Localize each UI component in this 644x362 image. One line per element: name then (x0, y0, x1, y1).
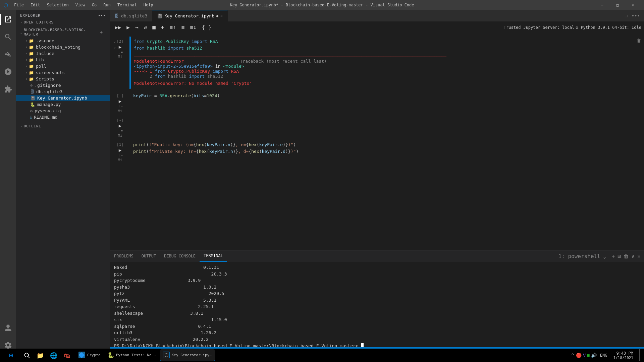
cell-run-button-1[interactable]: ▶ (119, 44, 121, 50)
sidebar-item-poll[interactable]: › 📁 poll (16, 63, 110, 69)
taskbar-edge-icon[interactable]: 🌐 (48, 349, 60, 361)
account-icon[interactable] (0, 320, 16, 336)
project-root-section[interactable]: ⌄ BLOCKCHAIN-BASED-E-VOTING-MASTER + (16, 27, 110, 38)
taskbar-app-crypto[interactable]: 🔷 Crypto (76, 349, 103, 361)
terminal-expand-icon[interactable]: ∧ (631, 252, 636, 260)
tab-key-generator[interactable]: 📓 Key Generator.ipynb ● ✕ (152, 10, 227, 21)
terminal-tab-debug[interactable]: DEBUG CONSOLE (160, 250, 200, 262)
sidebar-item-pyvenv[interactable]: ⚙ pyvenv.cfg (16, 108, 110, 114)
clear-button[interactable]: ≡↕ (188, 23, 198, 31)
add-cell-button[interactable]: + (159, 23, 166, 31)
trusted-badge[interactable]: Trusted (504, 25, 521, 30)
cell-code-3[interactable] (130, 116, 644, 131)
cell-run-button-3[interactable]: ▶ (119, 123, 121, 128)
systray-icon-2[interactable]: V (583, 353, 586, 358)
sidebar-item-key-generator[interactable]: 📓 Key Generator.ipynb (16, 95, 110, 101)
close-terminal-icon[interactable]: ✕ (637, 252, 641, 260)
menu-run[interactable]: Run (101, 2, 113, 8)
maximize-button[interactable]: □ (610, 0, 625, 10)
tab-dbsqlite[interactable]: 🗄 db.sqlite3 (110, 10, 152, 21)
sidebar-item-screenshots[interactable]: › 📁 screenshots (16, 69, 110, 76)
move-up-button[interactable]: ≡↑ (167, 23, 178, 31)
python-version-label[interactable]: Python 3.9.1 64-bit: Idle (581, 25, 641, 30)
split-terminal-icon[interactable]: ⊟ (617, 252, 622, 260)
more-actions-icon[interactable]: ••• (630, 12, 641, 19)
cells-button[interactable]: ≡ (179, 23, 187, 31)
sidebar-item-lib[interactable]: › 📁 Lib (16, 57, 110, 63)
cell-menu-button-1[interactable]: ⋮= (117, 50, 123, 54)
taskbar-notification-area[interactable]: ^ (572, 353, 574, 358)
taskbar-app-python-tests[interactable]: 🐍 Python Tests: No m... (105, 349, 159, 361)
menu-view[interactable]: View (73, 2, 88, 8)
sidebar-item-dbsqlite[interactable]: 🗄 db.sqlite3 (16, 88, 110, 95)
restart-button[interactable]: ↺ (142, 23, 149, 31)
tab-close-button[interactable]: ✕ (220, 14, 223, 18)
keyboard-lang-label[interactable]: ENG (599, 353, 609, 358)
sidebar-more-icon[interactable]: ••• (98, 13, 106, 18)
add-terminal-icon[interactable]: + (611, 252, 615, 260)
cell-gutter-3: [-] ▶ ⋮= Mi (110, 115, 130, 138)
taskbar-file-explorer-icon[interactable]: 📁 (34, 349, 46, 361)
systray-icon-1[interactable]: 🔴 (576, 353, 582, 358)
cell-controls-4: ▶ ⋮= Mi (117, 147, 123, 162)
debug-icon[interactable] (0, 64, 16, 80)
terminal-content[interactable]: Naked 0.1.31 pip 20.3.3 pycryptodome 3.9… (110, 262, 644, 347)
terminal-selector[interactable]: 1: powershell ⌄ (555, 252, 610, 260)
menu-terminal[interactable]: Terminal (115, 2, 140, 8)
terminal-tab-output[interactable]: OUTPUT (138, 250, 160, 262)
cell-code-1[interactable]: from Crypto.PublicKey import RSA from ha… (131, 37, 644, 53)
cell-run-button-2[interactable]: ▶ (119, 99, 121, 104)
sidebar-item-gitignore[interactable]: ⊘ .gitignore (16, 82, 110, 88)
sidebar-item-include[interactable]: › 📁 Include (16, 50, 110, 57)
taskbar-search-icon[interactable] (21, 349, 33, 361)
menu-selection[interactable]: Selection (44, 2, 71, 8)
systray-icon-3[interactable]: ■ (587, 353, 589, 358)
taskbar-app-key-generator[interactable]: ⬡ Key Generator.ipyn... (160, 349, 215, 361)
new-file-button[interactable]: + (100, 29, 103, 35)
editor-tabs: 🗄 db.sqlite3 📓 Key Generator.ipynb ● ✕ ⊟… (110, 10, 644, 22)
terminal-tab-terminal[interactable]: TERMINAL (200, 250, 227, 262)
run-button[interactable]: ▶ (124, 23, 132, 31)
split-editor-icon[interactable]: ⊟ (623, 12, 629, 19)
menu-file[interactable]: File (11, 2, 26, 8)
variables-button[interactable]: { } (200, 23, 214, 31)
cell-menu-button-4[interactable]: ⋮= (117, 154, 123, 157)
cell-menu-button-3[interactable]: ⋮= (117, 129, 123, 133)
source-control-icon[interactable] (0, 46, 16, 62)
cell-run-button-4[interactable]: ▶ (119, 147, 121, 153)
cell-menu-button-2[interactable]: ⋮= (117, 105, 123, 108)
collapse-btn[interactable]: ⌄ (113, 39, 116, 44)
terminal-tab-problems[interactable]: PROBLEMS (110, 250, 138, 262)
menu-help[interactable]: Help (141, 2, 156, 8)
sidebar-item-manage-py[interactable]: 🐍 manage.py (16, 101, 110, 108)
collapse-output-btn[interactable]: ⌄ (113, 44, 116, 49)
cell-code-2[interactable]: keyPair = RSA.generate(bits=1024) (130, 91, 644, 101)
taskbar-store-icon[interactable]: 🛍 (61, 349, 73, 361)
start-button[interactable]: ⊞ (3, 349, 19, 362)
show-desktop-button[interactable] (639, 349, 641, 361)
close-button[interactable]: ✕ (625, 0, 641, 10)
cell-mi-label-1: Mi (118, 55, 122, 59)
explorer-icon[interactable] (0, 11, 16, 27)
minimize-button[interactable]: ─ (594, 0, 610, 10)
open-editors-section[interactable]: › OPEN EDITORS (16, 19, 110, 25)
delete-terminal-icon[interactable]: 🗑 (623, 252, 630, 260)
extensions-icon[interactable] (0, 81, 16, 97)
sidebar-item-blockchain-voting[interactable]: › 📁 blockchain_voting (16, 44, 110, 50)
cell-delete-button-1[interactable]: 🗑 (637, 38, 641, 43)
taskbar-clock[interactable]: 9:43 PM 1/18/2021 (610, 351, 636, 360)
menu-go[interactable]: Go (89, 2, 99, 8)
run-all-button[interactable]: ▶▶ (113, 23, 123, 31)
terminal-tab-actions: 1: powershell ⌄ + ⊟ 🗑 ∧ ✕ (555, 250, 644, 262)
cell-code-4[interactable]: print(f"Public key: (n={hex(keyPair.n)},… (130, 140, 644, 156)
systray-icon-4[interactable]: 🔊 (591, 353, 597, 358)
interrupt-button[interactable]: ■ (150, 23, 158, 31)
sidebar-item-readme[interactable]: ℹ README.md (16, 114, 110, 120)
jupyter-server-label[interactable]: Jupyter Server: local ⚙ (523, 25, 578, 30)
sidebar-item-vscode[interactable]: › 📁 .vscode (16, 38, 110, 44)
outline-section[interactable]: › OUTLINE (16, 123, 110, 129)
sidebar-item-scripts[interactable]: › 📁 Scripts (16, 76, 110, 82)
run-next-button[interactable]: ⇥ (133, 23, 141, 31)
search-icon[interactable] (0, 29, 16, 45)
menu-edit[interactable]: Edit (28, 2, 43, 8)
